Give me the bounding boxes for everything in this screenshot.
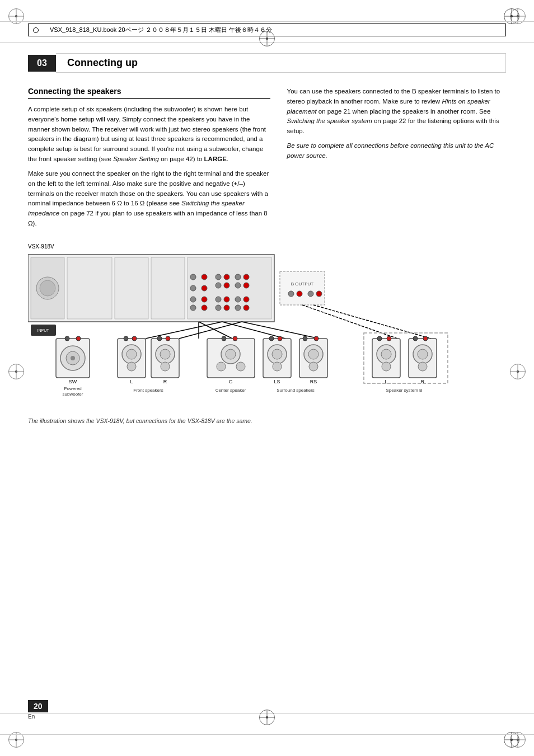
svg-point-106 — [303, 336, 307, 341]
page-lang: En — [28, 713, 48, 720]
svg-point-67 — [272, 349, 282, 359]
svg-point-24 — [216, 297, 221, 302]
svg-point-63 — [217, 362, 226, 371]
svg-point-35 — [297, 291, 302, 297]
svg-text:R: R — [421, 379, 425, 384]
svg-text:RS: RS — [310, 379, 317, 384]
svg-rect-5 — [115, 257, 148, 319]
right-para2: Be sure to complete all connections befo… — [287, 141, 506, 161]
svg-point-105 — [278, 336, 282, 341]
svg-point-3 — [40, 280, 55, 296]
circle-decoration — [33, 27, 39, 33]
main-content: Connecting the speakers A complete setup… — [28, 87, 506, 424]
svg-point-101 — [166, 336, 170, 341]
svg-point-27 — [224, 305, 229, 311]
svg-point-68 — [273, 362, 282, 371]
reg-mark-mid-left — [8, 364, 24, 379]
svg-point-37 — [316, 291, 322, 297]
svg-point-23 — [202, 305, 207, 311]
svg-point-20 — [190, 297, 196, 302]
svg-point-10 — [190, 285, 196, 291]
svg-text:B OUTPUT: B OUTPUT — [291, 281, 314, 287]
chapter-number: 03 — [28, 55, 56, 72]
page-footer: 20 En — [28, 700, 48, 720]
section-para1: A complete setup of six speakers (includ… — [28, 105, 270, 165]
diagram-model-label: VSX-918V — [28, 243, 506, 250]
svg-point-71 — [308, 349, 318, 359]
left-column: Connecting the speakers A complete setup… — [28, 87, 270, 233]
top-rule — [0, 21, 534, 22]
svg-text:SW: SW — [69, 379, 77, 384]
svg-line-41 — [199, 322, 232, 339]
svg-point-54 — [127, 349, 137, 359]
svg-point-104 — [269, 336, 274, 341]
svg-point-59 — [161, 362, 170, 371]
svg-text:Speaker system B: Speaker system B — [386, 388, 423, 393]
diagram-area: VSX-918V — [28, 243, 506, 424]
diagram-caption: The illustration shows the VSX-918V, but… — [28, 417, 506, 424]
svg-text:L: L — [130, 379, 133, 384]
svg-point-97 — [76, 336, 81, 341]
svg-text:Surround speakers: Surround speakers — [277, 388, 315, 393]
right-column: You can use the speakers connected to th… — [287, 87, 506, 233]
svg-line-45 — [313, 305, 431, 339]
svg-text:Center speaker: Center speaker — [216, 388, 246, 393]
diagram-svg: B OUTPUT — [28, 252, 506, 414]
svg-point-80 — [418, 349, 428, 359]
section-title: Connecting the speakers — [28, 87, 270, 99]
svg-text:Powered: Powered — [64, 386, 82, 391]
svg-point-96 — [65, 336, 69, 341]
svg-point-14 — [216, 283, 221, 288]
svg-point-100 — [157, 336, 162, 341]
svg-point-34 — [288, 291, 294, 297]
svg-point-58 — [160, 349, 170, 359]
svg-point-81 — [418, 362, 427, 371]
svg-point-103 — [233, 336, 237, 341]
svg-point-99 — [132, 336, 137, 341]
svg-point-15 — [224, 283, 229, 288]
svg-point-72 — [309, 362, 318, 371]
reg-mark-bot-center — [259, 710, 275, 725]
svg-point-8 — [190, 274, 196, 280]
file-info-text: VSX_918_818_KU.book 20ページ ２００８年５月１５日 木曜日… — [50, 26, 272, 34]
bot-rule — [0, 734, 534, 735]
svg-text:L: L — [385, 379, 387, 384]
svg-point-55 — [127, 362, 136, 371]
svg-text:INPUT: INPUT — [38, 328, 50, 332]
svg-point-111 — [423, 336, 428, 341]
svg-point-109 — [387, 336, 391, 341]
svg-point-30 — [235, 305, 241, 311]
speaker-diagram: B OUTPUT — [28, 252, 506, 414]
svg-point-98 — [124, 336, 128, 341]
svg-point-64 — [236, 362, 245, 371]
svg-point-102 — [222, 336, 226, 341]
svg-point-76 — [381, 349, 391, 359]
svg-point-26 — [216, 305, 221, 311]
svg-point-25 — [224, 297, 229, 302]
svg-point-16 — [235, 274, 241, 280]
svg-rect-7 — [188, 257, 271, 319]
two-column-layout: Connecting the speakers A complete setup… — [28, 87, 506, 233]
svg-point-110 — [413, 336, 418, 341]
right-para1: You can use the speakers connected to th… — [287, 87, 506, 137]
svg-point-13 — [224, 274, 229, 280]
svg-text:LS: LS — [274, 379, 280, 384]
svg-point-77 — [382, 362, 391, 371]
svg-point-22 — [190, 305, 196, 311]
svg-point-108 — [377, 336, 382, 341]
svg-point-107 — [314, 336, 318, 341]
svg-point-31 — [243, 305, 249, 311]
svg-point-11 — [202, 285, 207, 291]
svg-line-44 — [302, 305, 397, 339]
svg-point-19 — [243, 283, 249, 288]
chapter-header: 03 Connecting up — [28, 53, 506, 73]
svg-point-51 — [71, 356, 75, 360]
svg-point-29 — [243, 297, 249, 302]
svg-text:subwoofer: subwoofer — [63, 392, 83, 397]
svg-point-18 — [235, 283, 241, 288]
section-para2: Make sure you connect the speaker on the… — [28, 169, 270, 229]
svg-point-62 — [226, 349, 236, 359]
svg-rect-4 — [67, 257, 112, 319]
reg-mark-mid-right — [510, 364, 526, 379]
chapter-title: Connecting up — [56, 53, 506, 73]
